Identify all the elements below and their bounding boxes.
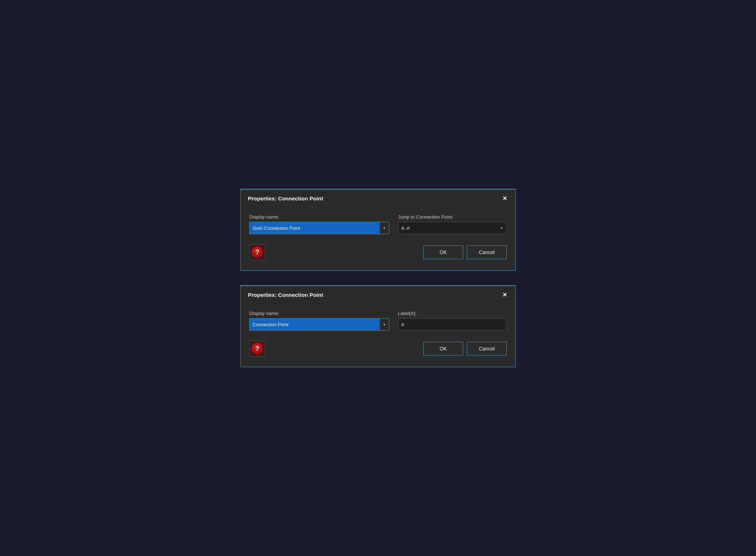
dialog-2-label-field-input[interactable] bbox=[398, 318, 507, 331]
dialog-1-ok-button[interactable]: OK bbox=[423, 245, 463, 259]
dialog-2-close-button[interactable]: ✕ bbox=[501, 291, 508, 298]
dialog-1-jump-label: Jump to Connection Point: bbox=[398, 214, 507, 220]
dialog-2-display-name-input-wrapper: ▼ bbox=[249, 318, 389, 331]
dialog-2-display-name-dropdown-btn[interactable]: ▼ bbox=[379, 319, 389, 330]
dialog-2-display-name-label: Display name: bbox=[249, 311, 389, 316]
dialog-2-label-field-label: Label[A]: bbox=[398, 311, 507, 316]
dialog-2-ok-button[interactable]: OK bbox=[423, 342, 463, 356]
dialog-1: Properties: Connection Point ✕ Display n… bbox=[240, 189, 516, 271]
dialog-2-display-name-group: Display name: ▼ bbox=[249, 311, 389, 331]
dialog-2-display-name-input[interactable] bbox=[250, 319, 379, 330]
dialog-1-close-button[interactable]: ✕ bbox=[501, 195, 508, 202]
dialog-2-action-buttons: OK Cancel bbox=[423, 342, 507, 356]
dialog-2-form-row: Display name: ▼ Label[A]: bbox=[249, 311, 507, 331]
dialog-1-footer: ? OK Cancel bbox=[249, 244, 507, 262]
dialog-1-body: Display name: ▼ Jump to Connection Point… bbox=[241, 207, 515, 270]
dialog-1-display-name-input-wrapper: ▼ bbox=[249, 222, 389, 234]
dialog-1-titlebar: Properties: Connection Point ✕ bbox=[241, 190, 515, 207]
dialog-2-cancel-button[interactable]: Cancel bbox=[467, 342, 507, 356]
dialog-2: Properties: Connection Point ✕ Display n… bbox=[240, 285, 516, 367]
dialog-2-title: Properties: Connection Point bbox=[248, 292, 323, 298]
dialog-2-titlebar: Properties: Connection Point ✕ bbox=[241, 286, 515, 303]
dialog-1-help-button[interactable]: ? bbox=[249, 244, 265, 260]
dialog-1-title: Properties: Connection Point bbox=[248, 195, 323, 202]
dialog-1-form-row: Display name: ▼ Jump to Connection Point… bbox=[249, 214, 507, 234]
dialog-2-label-group: Label[A]: bbox=[398, 311, 507, 331]
dialog-1-action-buttons: OK Cancel bbox=[423, 245, 507, 259]
dialog-1-display-name-group: Display name: ▼ bbox=[249, 214, 389, 234]
dialog-1-display-name-dropdown-btn[interactable]: ▼ bbox=[379, 222, 389, 234]
dialog-2-help-icon: ? bbox=[252, 343, 263, 354]
dialog-1-help-icon: ? bbox=[252, 246, 263, 258]
dialog-2-footer: ? OK Cancel bbox=[249, 341, 507, 358]
dialog-1-jump-select[interactable]: A: A A: B A: C bbox=[398, 222, 506, 234]
dialog-1-display-name-input[interactable] bbox=[250, 222, 379, 234]
dialog-1-jump-select-wrapper: A: A A: B A: C ▼ bbox=[398, 222, 507, 234]
dialog-1-cancel-button[interactable]: Cancel bbox=[467, 245, 507, 259]
dialog-2-body: Display name: ▼ Label[A]: ? OK Cancel bbox=[241, 303, 515, 367]
dialog-1-jump-group: Jump to Connection Point: A: A A: B A: C… bbox=[398, 214, 507, 234]
dialog-2-help-button[interactable]: ? bbox=[249, 341, 265, 357]
dialog-1-display-name-label: Display name: bbox=[249, 214, 389, 220]
